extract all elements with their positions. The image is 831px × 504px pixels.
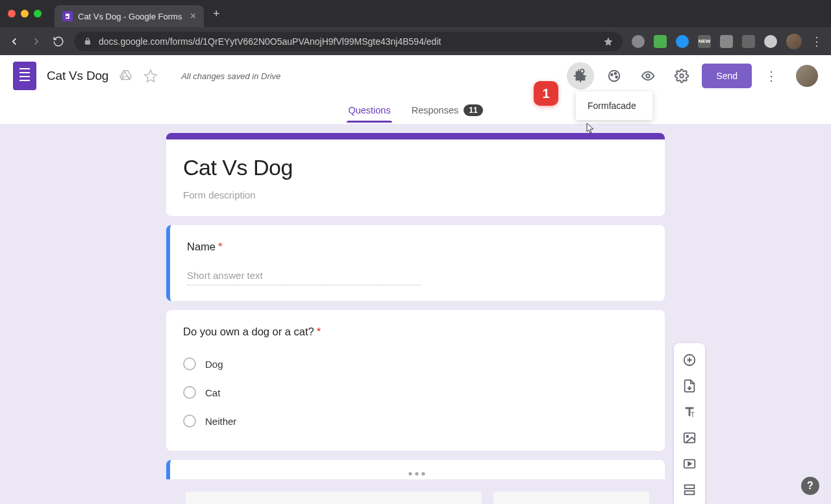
question-type-selector[interactable]	[493, 492, 649, 504]
browser-menu-icon[interactable]: ⋮	[811, 34, 823, 49]
account-avatar[interactable]	[796, 65, 818, 87]
form-header-card[interactable]: Cat Vs Dog Form description	[166, 133, 665, 216]
question-card-1[interactable]: Name* Short answer text	[166, 225, 665, 301]
addon-menu-item[interactable]: Formfacade	[588, 101, 641, 111]
ext-icon-1[interactable]	[632, 35, 645, 48]
header-actions: Send ⋮	[567, 62, 818, 90]
required-star-icon: *	[218, 241, 222, 252]
responses-count-badge: 11	[464, 104, 482, 116]
drag-handle-icon[interactable]: ⦁⦁⦁	[186, 464, 649, 484]
star-icon[interactable]	[143, 69, 158, 83]
browser-toolbar: docs.google.com/forms/d/1QrEYytV662N0O5a…	[0, 27, 831, 55]
form-name[interactable]: Cat Vs Dog	[47, 69, 108, 83]
svg-rect-13	[685, 491, 695, 495]
window-minimize-icon[interactable]	[21, 10, 29, 18]
tab-responses[interactable]: Responses 11	[410, 98, 484, 123]
add-title-button[interactable]: T	[676, 399, 702, 425]
form-title[interactable]: Cat Vs Dog	[183, 155, 648, 180]
save-status: All changes saved in Drive	[181, 71, 280, 81]
tabs-row: Questions Responses 11	[0, 97, 831, 124]
question-card-3[interactable]: ⦁⦁⦁	[166, 460, 665, 479]
ext-icon-3[interactable]	[676, 35, 689, 48]
reload-button[interactable]	[52, 35, 65, 48]
browser-avatar[interactable]	[786, 34, 802, 49]
ext-icon-6[interactable]	[742, 35, 755, 48]
back-button[interactable]	[8, 35, 21, 48]
question-label: Name*	[187, 241, 648, 253]
svg-point-1	[609, 71, 620, 82]
window-close-icon[interactable]	[8, 10, 16, 18]
window-controls	[8, 10, 42, 18]
svg-text:T: T	[691, 411, 695, 418]
tab-title: Cat Vs Dog - Google Forms	[78, 12, 185, 21]
forms-logo-icon[interactable]	[13, 62, 36, 90]
browser-chrome: Cat Vs Dog - Google Forms × + docs.googl…	[0, 0, 831, 55]
addon-dropdown: Formfacade	[576, 91, 652, 120]
svg-point-4	[616, 76, 618, 78]
question-input-placeholder[interactable]	[186, 492, 482, 504]
forms-favicon-icon	[62, 11, 73, 21]
app-header: Cat Vs Dog All changes saved in Drive Se…	[0, 55, 831, 97]
new-tab-button[interactable]: +	[213, 7, 220, 21]
add-question-button[interactable]	[676, 347, 702, 373]
lock-icon	[83, 37, 92, 46]
cursor-icon	[586, 123, 595, 134]
step-badge: 1	[534, 81, 558, 106]
window-maximize-icon[interactable]	[34, 10, 42, 18]
addons-button[interactable]	[567, 62, 594, 90]
options-list: Dog Cat Neither	[183, 350, 648, 435]
svg-point-2	[611, 74, 613, 76]
question-toolbar: T	[674, 343, 705, 504]
option-label: Neither	[205, 416, 236, 427]
form-wrap: Cat Vs Dog Form description Name* Short …	[166, 133, 665, 479]
tab-questions[interactable]: Questions	[347, 99, 391, 122]
form-description[interactable]: Form description	[183, 189, 648, 200]
forward-button[interactable]	[30, 35, 43, 48]
question-label: Do you own a dog or a cat?*	[183, 326, 648, 338]
question-card-2[interactable]: Do you own a dog or a cat?* Dog Cat	[166, 310, 665, 451]
ext-icon-5[interactable]	[720, 35, 733, 48]
svg-point-0	[580, 69, 584, 73]
preview-button[interactable]	[634, 62, 662, 90]
svg-point-5	[647, 74, 651, 78]
ext-icon-2[interactable]	[654, 35, 667, 48]
option-label: Cat	[205, 387, 220, 398]
short-answer-field: Short answer text	[187, 265, 421, 285]
option-row[interactable]: Dog	[183, 350, 648, 378]
more-menu-icon[interactable]: ⋮	[758, 68, 784, 84]
required-star-icon: *	[317, 326, 321, 337]
option-row[interactable]: Cat	[183, 378, 648, 407]
svg-point-3	[615, 73, 617, 75]
import-questions-button[interactable]	[676, 373, 702, 399]
radio-icon	[183, 414, 196, 427]
add-video-button[interactable]	[676, 451, 702, 477]
address-bar[interactable]: docs.google.com/forms/d/1QrEYytV662N0O5a…	[74, 32, 623, 51]
address-text: docs.google.com/forms/d/1QrEYytV662N0O5a…	[99, 36, 441, 47]
send-button[interactable]: Send	[702, 64, 752, 88]
radio-icon	[183, 357, 196, 370]
settings-button[interactable]	[668, 62, 695, 90]
forms-app: Cat Vs Dog All changes saved in Drive Se…	[0, 55, 831, 504]
svg-rect-12	[685, 485, 695, 489]
help-button[interactable]: ?	[801, 477, 819, 495]
move-to-drive-icon[interactable]	[119, 69, 133, 83]
bookmark-star-icon[interactable]	[603, 36, 614, 47]
add-section-button[interactable]	[676, 477, 702, 503]
browser-tab[interactable]: Cat Vs Dog - Google Forms ×	[55, 5, 204, 27]
svg-point-6	[680, 74, 684, 78]
theme-button[interactable]	[601, 62, 628, 90]
browser-titlebar: Cat Vs Dog - Google Forms × +	[0, 0, 831, 27]
form-canvas: Cat Vs Dog Form description Name* Short …	[0, 124, 831, 504]
ext-icon-4[interactable]: NEW	[698, 35, 711, 48]
tab-close-icon[interactable]: ×	[190, 10, 196, 22]
option-label: Dog	[205, 359, 223, 370]
radio-icon	[183, 386, 196, 399]
extension-icons: NEW ⋮	[632, 34, 823, 49]
option-row[interactable]: Neither	[183, 407, 648, 435]
add-image-button[interactable]	[676, 425, 702, 451]
ext-icon-7[interactable]	[764, 35, 777, 48]
svg-point-10	[686, 435, 688, 437]
